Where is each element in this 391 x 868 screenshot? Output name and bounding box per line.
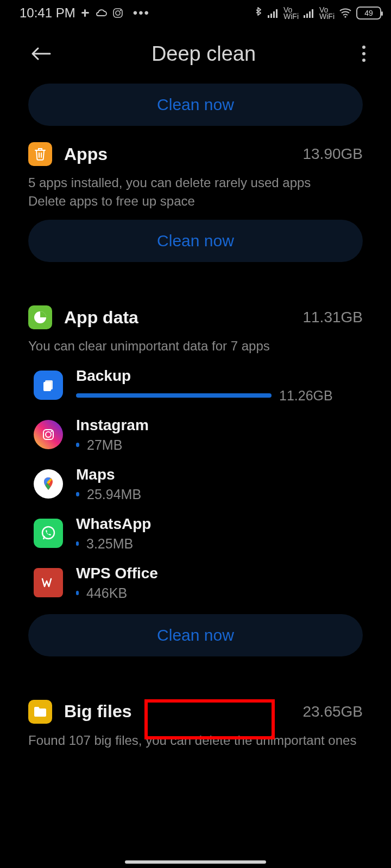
app-size: 27MB [87,437,122,453]
vowifi-icon-1: VoWiFi [283,7,299,20]
clean-now-button-top[interactable]: Clean now [28,84,363,126]
svg-rect-10 [306,14,308,18]
more-icon: ••• [133,5,150,21]
svg-rect-5 [268,15,269,18]
status-right: VoWiFi VoWiFi 49 [254,7,381,20]
svg-rect-7 [273,11,275,18]
page-title: Deep clean [54,42,353,66]
svg-point-18 [46,432,51,437]
usage-bar [76,443,79,447]
list-item[interactable]: WhatsApp 3.25MB [34,515,363,552]
cloud-icon [95,8,108,18]
svg-point-3 [116,11,120,15]
home-indicator[interactable] [125,860,266,864]
status-left: 10:41 PM ••• [20,5,150,21]
overflow-menu-button[interactable] [353,40,375,67]
svg-point-19 [51,431,53,432]
app-name: WPS Office [76,565,363,582]
clean-now-button-apps[interactable]: Clean now [28,220,363,262]
folder-icon [28,700,52,724]
pie-chart-icon [28,305,52,329]
trash-icon [28,142,52,166]
section-appdata-subtitle: You can clear unimportant data for 7 app… [28,337,363,355]
svg-rect-11 [309,11,311,18]
battery-level: 49 [364,9,373,17]
list-item[interactable]: Backup 11.26GB [34,367,363,404]
usage-bar [76,393,272,398]
header: Deep clean [0,24,391,78]
list-item[interactable]: Maps 25.94MB [34,466,363,502]
clean-now-button-appdata[interactable]: Clean now [28,614,363,656]
signal-icon-1 [267,8,279,18]
backup-icon [34,371,63,400]
section-appdata[interactable]: App data 11.31GB [28,305,363,329]
svg-rect-8 [276,9,278,18]
svg-rect-16 [43,382,51,391]
app-size: 3.25MB [86,536,133,552]
svg-point-13 [344,16,346,17]
app-size: 25.94MB [87,487,141,502]
section-bigfiles[interactable]: Big files 23.65GB [28,700,363,724]
svg-rect-12 [312,9,313,18]
status-time: 10:41 PM [20,5,75,21]
svg-rect-6 [270,14,272,18]
app-name: Instagram [76,417,363,434]
app-size: 446KB [86,585,127,601]
section-apps[interactable]: Apps 13.90GB [28,142,363,166]
instagram-app-icon [34,420,63,449]
whatsapp-app-icon [34,519,63,548]
wps-app-icon [34,568,63,597]
list-item[interactable]: Instagram 27MB [34,417,363,453]
vowifi-icon-2: VoWiFi [319,7,335,20]
battery-icon: 49 [356,7,381,20]
status-bar: 10:41 PM ••• VoWiFi VoWiFi 49 [0,0,391,24]
content: Clean now Apps 13.90GB 5 apps installed,… [0,84,391,749]
svg-rect-1 [84,9,86,17]
signal-icon-2 [303,8,315,18]
section-bigfiles-subtitle: Found 107 big files, you can delete the … [28,731,363,750]
slack-icon [80,8,91,18]
section-apps-subtitle: 5 apps installed, you can delete rarely … [28,174,363,210]
svg-point-4 [120,10,121,11]
app-name: Backup [76,367,363,385]
svg-rect-9 [304,15,305,18]
maps-app-icon [34,469,63,499]
section-appdata-title: App data [64,308,302,328]
section-bigfiles-title: Big files [64,701,302,722]
app-size: 11.26GB [279,388,333,404]
list-item[interactable]: WPS Office 446KB [34,565,363,601]
section-apps-size: 13.90GB [302,145,363,163]
section-bigfiles-size: 23.65GB [302,703,363,720]
app-name: Maps [76,466,363,483]
section-appdata-size: 11.31GB [302,309,363,326]
usage-bar [76,591,79,595]
section-apps-title: Apps [64,144,302,164]
usage-bar [76,492,79,496]
bluetooth-icon [254,7,263,20]
instagram-icon [112,8,123,18]
app-name: WhatsApp [76,515,363,533]
wifi-icon [339,8,352,18]
back-button[interactable] [27,40,54,67]
usage-bar [76,541,79,546]
